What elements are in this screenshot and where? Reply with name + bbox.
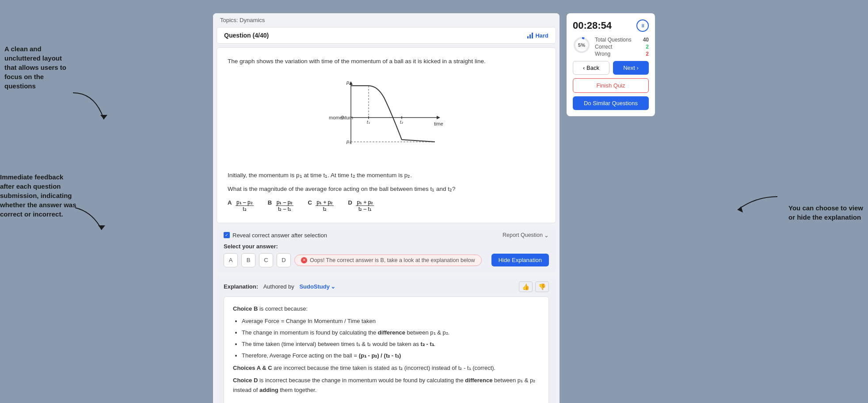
timer-display: 00:28:54	[573, 20, 612, 31]
svg-marker-0	[100, 115, 107, 119]
explanation-bullets: Average Force = Change In Momentum / Tim…	[242, 316, 540, 361]
explanation-label: Explanation: Authored by SudoStudy ⌄	[224, 283, 335, 290]
reveal-row: Reveal correct answer after selection	[224, 232, 327, 239]
arrow-right-icon	[729, 188, 782, 214]
report-question-link[interactable]: Report Question ⌄	[503, 232, 549, 239]
explanation-section: Explanation: Authored by SudoStudy ⌄ 👍 👎	[217, 276, 556, 403]
option-c-formula: p₁ + p₂ t₂	[316, 199, 334, 212]
explanation-bullet-3: The time taken (time interval) between t…	[242, 339, 540, 349]
explanation-header: Explanation: Authored by SudoStudy ⌄ 👍 👎	[224, 281, 549, 292]
answer-btn-b[interactable]: B	[241, 253, 255, 267]
option-d-letter: D	[348, 199, 352, 206]
question-sub-text-1: Initially, the momentum is p₁ at time t₁…	[228, 171, 545, 180]
answer-buttons-row: A B C D ✕ Oops! The correct answer is B,…	[224, 253, 549, 267]
topic-bar: Topics: Dynamics	[213, 13, 560, 27]
progress-circle: 5%	[573, 36, 590, 54]
arrow-2-icon	[71, 203, 110, 234]
finish-quiz-button[interactable]: Finish Quiz	[573, 78, 649, 93]
wrong-row: Wrong 2	[595, 50, 649, 57]
quiz-area: Topics: Dynamics Question (4/40) Hard Th…	[213, 13, 560, 403]
right-panel: 00:28:54 ⏸ 5% Total Que	[567, 13, 655, 403]
main-content: Topics: Dynamics Question (4/40) Hard Th…	[213, 13, 655, 403]
option-b: B p₁ – p₂ t₂ – t₁	[268, 199, 294, 212]
question-header-title: Question (4/40)	[224, 32, 269, 39]
option-d-formula: p₁ + p₂ t₂ – t₁	[356, 199, 374, 212]
select-answer-label: Select your answer:	[224, 243, 549, 250]
explanation-box: Choice B is correct because: Average For…	[224, 297, 549, 403]
svg-text:p₁: p₁	[346, 80, 351, 85]
question-body: The graph shows the variation with time …	[217, 47, 556, 223]
answer-header: Reveal correct answer after selection Re…	[224, 232, 549, 239]
timer-row: 00:28:54 ⏸	[573, 19, 649, 32]
options-row: A p₁ – p₂ t₂ B p₁ – p₂ t₂ – t₁	[228, 199, 545, 212]
next-button[interactable]: Next ›	[613, 61, 649, 75]
answer-btn-c[interactable]: C	[259, 253, 273, 267]
stats-detail: Total Questions 40 Correct 2 Wrong 2	[595, 36, 649, 57]
total-questions-row: Total Questions 40	[595, 36, 649, 43]
answer-section: Reveal correct answer after selection Re…	[217, 227, 556, 273]
explanation-bullet-1: Average Force = Change In Momentum / Tim…	[242, 316, 540, 326]
option-b-letter: B	[268, 199, 272, 206]
option-a-letter: A	[228, 199, 232, 206]
hide-explanation-button[interactable]: Hide Explanation	[491, 254, 549, 266]
question-sub-text-2: What is the magnitude of the average for…	[228, 184, 545, 194]
arrow-1-icon	[69, 88, 113, 124]
reveal-label: Reveal correct answer after selection	[232, 232, 327, 239]
svg-marker-6	[437, 116, 440, 119]
svg-text:p₂: p₂	[346, 139, 351, 144]
incorrect-icon: ✕	[301, 257, 307, 263]
percent-label: 5%	[578, 42, 585, 48]
svg-text:time: time	[434, 121, 443, 126]
explanation-bullet-4: Therefore, Average Force acting on the b…	[242, 351, 540, 361]
sudo-study-link[interactable]: SudoStudy ⌄	[299, 283, 335, 290]
incorrect-message: ✕ Oops! The correct answer is B, take a …	[294, 255, 482, 266]
timer-box: 00:28:54 ⏸ 5% Total Que	[567, 13, 655, 116]
option-b-formula: p₁ – p₂ t₂ – t₁	[276, 199, 294, 212]
back-button[interactable]: ‹ Back	[573, 61, 609, 75]
option-c-letter: C	[308, 199, 312, 206]
similar-questions-button[interactable]: Do Similar Questions	[573, 96, 649, 110]
momentum-graph: 0 p₁ p₂ time momentum t₁ t₂	[320, 73, 453, 162]
option-c: C p₁ + p₂ t₂	[308, 199, 334, 212]
explanation-choice-b-intro: Choice B is correct because:	[233, 304, 540, 314]
page-wrapper: A clean and uncluttered layout that allo…	[0, 0, 868, 403]
explanation-bullet-2: The change in momentum is found by calcu…	[242, 328, 540, 338]
nav-row: ‹ Back Next ›	[573, 61, 649, 75]
explanation-choices-ac: Choices A & C are incorrect because the …	[233, 363, 540, 373]
difficulty-chart-icon	[527, 32, 533, 38]
svg-marker-1	[98, 225, 105, 230]
right-annotation: You can choose to view or hide the expla…	[788, 203, 864, 222]
left-annotation-1: A clean and uncluttered layout that allo…	[4, 44, 75, 91]
difficulty-label: Hard	[535, 32, 548, 39]
answer-btn-d[interactable]: D	[277, 253, 291, 267]
thumbs-row: 👍 👎	[519, 281, 549, 292]
option-a-formula: p₁ – p₂ t₂	[236, 199, 254, 212]
thumbs-up-button[interactable]: 👍	[519, 281, 533, 292]
graph-area: 0 p₁ p₂ time momentum t₁ t₂	[228, 73, 545, 162]
answer-btn-a[interactable]: A	[224, 253, 238, 267]
svg-text:t₁: t₁	[367, 120, 370, 125]
svg-text:t₂: t₂	[400, 120, 404, 125]
stats-row: 5% Total Questions 40 Correct 2 Wrong	[573, 36, 649, 57]
correct-row: Correct 2	[595, 43, 649, 50]
pause-button[interactable]: ⏸	[636, 19, 649, 32]
difficulty-badge: Hard	[527, 32, 548, 39]
option-a: A p₁ – p₂ t₂	[228, 199, 254, 212]
thumbs-down-button[interactable]: 👎	[535, 281, 549, 292]
svg-text:momentum: momentum	[329, 115, 353, 120]
explanation-choice-d: Choice D is incorrect because the change…	[233, 376, 540, 395]
question-header: Question (4/40) Hard	[217, 27, 556, 44]
left-annotation-2: Immediate feedback after each question s…	[0, 172, 77, 219]
reveal-checkbox[interactable]	[224, 232, 230, 238]
option-d: D p₁ + p₂ t₂ – t₁	[348, 199, 374, 212]
question-body-text: The graph shows the variation with time …	[228, 57, 545, 66]
incorrect-text: Oops! The correct answer is B, take a lo…	[310, 257, 475, 263]
